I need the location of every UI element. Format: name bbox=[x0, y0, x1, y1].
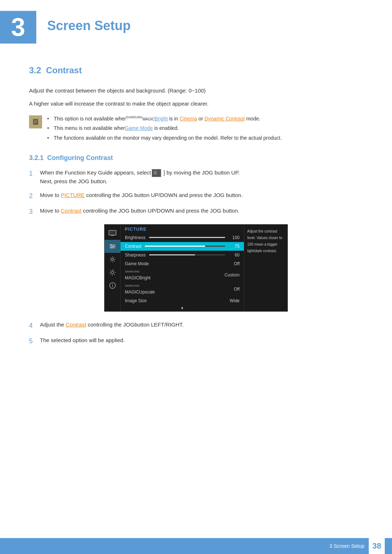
tooltip-text: Adjust the contrast level. Values closer… bbox=[247, 229, 282, 253]
brightness-bar bbox=[149, 237, 225, 238]
note-box: This option is not available wherSAMSUNG… bbox=[29, 115, 363, 143]
jog-menu-icon: ☰ bbox=[152, 169, 161, 177]
step-2: 2 Move to PICTURE controlling the JOG bu… bbox=[29, 191, 363, 201]
step-5: 5 The selected option will be applied. bbox=[29, 336, 363, 346]
menu-row-imagesize: Image Size Wide bbox=[121, 296, 244, 305]
svg-rect-4 bbox=[109, 230, 116, 235]
monitor-image-container: PICTURE Brightness 100 Contrast 75 Sharp… bbox=[29, 224, 363, 312]
menu-content: PICTURE Brightness 100 Contrast 75 Sharp… bbox=[121, 225, 244, 311]
menu-row-sharpness: Sharpness 60 bbox=[121, 251, 244, 259]
svg-point-10 bbox=[110, 244, 112, 246]
step-4: 4 Adjust the Contrast controlling the JO… bbox=[29, 320, 363, 331]
sharpness-bar bbox=[149, 254, 225, 255]
menu-icon-gear bbox=[105, 266, 121, 279]
description-1: Adjust the contrast between the objects … bbox=[29, 86, 363, 95]
footer-page-number: 38 bbox=[369, 538, 385, 554]
note-item-3: The functions available on the monitor m… bbox=[47, 134, 282, 142]
note-list: This option is not available wherSAMSUNG… bbox=[47, 115, 282, 143]
svg-point-14 bbox=[111, 271, 114, 274]
page-header: 3 Screen Setup bbox=[0, 0, 392, 51]
svg-point-11 bbox=[113, 246, 114, 247]
steps-list: 1 When the Function Key Guide appears, s… bbox=[29, 168, 363, 217]
tooltip-panel: Adjust the contrast level. Values closer… bbox=[244, 225, 287, 311]
menu-icon-settings bbox=[105, 253, 121, 266]
menu-row-contrast: Contrast 75 bbox=[121, 242, 244, 251]
main-content: 3.2 Contrast Adjust the contrast between… bbox=[0, 54, 392, 373]
note-item-1: This option is not available wherSAMSUNG… bbox=[47, 115, 282, 123]
note-icon bbox=[29, 115, 42, 128]
description-2: A higher value will increase the contras… bbox=[29, 99, 363, 108]
menu-icon-picture bbox=[105, 240, 121, 253]
menu-row-gamemode: Game Mode Off bbox=[121, 259, 244, 268]
page-footer: 3 Screen Setup 38 bbox=[0, 538, 392, 554]
chapter-title: Screen Setup bbox=[47, 18, 131, 33]
icons-panel bbox=[105, 225, 121, 311]
step-3: 3 Move to Contrast controlling the JOG b… bbox=[29, 206, 363, 217]
steps-list-cont: 4 Adjust the Contrast controlling the JO… bbox=[29, 320, 363, 346]
note-item-2: This menu is not available wherGame Mode… bbox=[47, 124, 282, 132]
chapter-number-box: 3 bbox=[0, 11, 36, 44]
svg-point-17 bbox=[112, 284, 113, 284]
contrast-bar bbox=[145, 246, 225, 247]
step-1: 1 When the Function Key Guide appears, s… bbox=[29, 168, 363, 186]
menu-row-magicbright: SAMSUNGMAGICBright Custom bbox=[121, 268, 244, 282]
menu-icon-display bbox=[105, 227, 121, 240]
svg-point-12 bbox=[111, 247, 113, 249]
footer-text: 3 Screen Setup bbox=[329, 543, 364, 549]
menu-row-magicupscale: SAMSUNGMAGICUpscale Off bbox=[121, 282, 244, 296]
section-title: 3.2 Contrast bbox=[29, 65, 363, 75]
menu-row-brightness: Brightness 100 bbox=[121, 233, 244, 242]
svg-point-13 bbox=[111, 258, 114, 260]
menu-down-arrow: ▼ bbox=[121, 305, 244, 311]
chapter-number: 3 bbox=[11, 15, 25, 40]
menu-icon-info bbox=[105, 279, 121, 292]
monitor-menu: PICTURE Brightness 100 Contrast 75 Sharp… bbox=[104, 224, 288, 312]
subsection-title: 3.2.1 Configuring Contrast bbox=[29, 154, 363, 162]
menu-content-header: PICTURE bbox=[121, 225, 244, 233]
